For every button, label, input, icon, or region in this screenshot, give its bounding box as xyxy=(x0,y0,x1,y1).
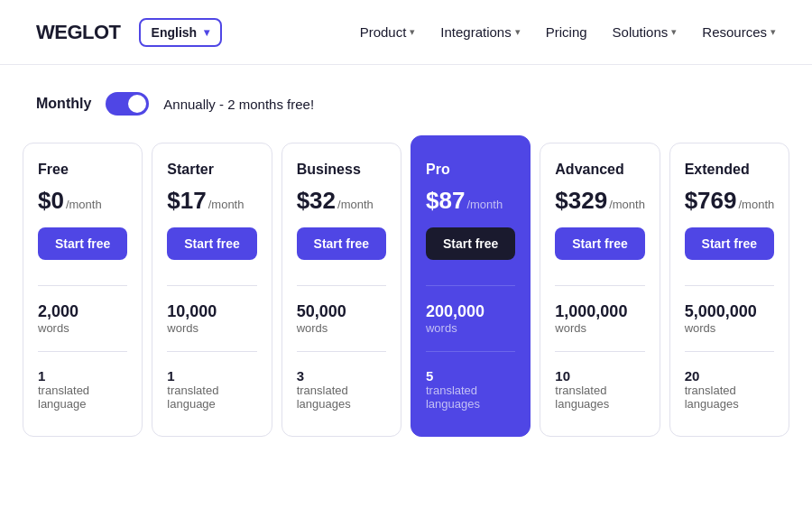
price-period: /month xyxy=(208,198,245,211)
start-free-button[interactable]: Start free xyxy=(685,227,774,260)
translated-count: 5 xyxy=(426,368,515,384)
divider xyxy=(38,285,127,286)
plan-name: Business xyxy=(297,162,386,178)
divider xyxy=(555,351,644,352)
price-period: /month xyxy=(66,198,102,211)
translated-label: translated languages xyxy=(685,384,774,411)
price-amount: $769 xyxy=(685,187,737,215)
price-row: $87 /month xyxy=(426,187,515,215)
nav-integrations[interactable]: Integrations ▾ xyxy=(440,24,520,40)
languages-feature: 1 translated language xyxy=(167,368,256,411)
price-row: $769 /month xyxy=(685,187,774,215)
divider xyxy=(685,285,774,286)
words-feature: 5,000,000 words xyxy=(685,302,774,342)
words-count: 50,000 xyxy=(297,302,386,321)
price-row: $0 /month xyxy=(38,187,127,215)
translated-count: 3 xyxy=(297,368,386,384)
divider xyxy=(297,351,386,352)
translated-count: 1 xyxy=(167,368,256,384)
divider xyxy=(167,285,256,286)
divider xyxy=(555,285,644,286)
translated-label: translated languages xyxy=(555,384,644,411)
chevron-down-icon: ▾ xyxy=(515,26,521,38)
price-row: $32 /month xyxy=(297,187,386,215)
words-feature: 50,000 words xyxy=(297,302,386,342)
start-free-button[interactable]: Start free xyxy=(167,227,256,260)
nav-pricing[interactable]: Pricing xyxy=(546,24,587,40)
price-amount: $0 xyxy=(38,187,64,215)
divider xyxy=(297,285,386,286)
header: WEGLOT English ▾ Product ▾ Integrations … xyxy=(0,0,812,65)
words-label: words xyxy=(38,321,127,335)
pricing-cards: Free $0 /month Start free 2,000 words 1 … xyxy=(0,134,812,464)
translated-label: translated language xyxy=(38,384,127,411)
billing-toggle[interactable] xyxy=(106,92,149,116)
words-label: words xyxy=(555,321,644,335)
chevron-down-icon: ▾ xyxy=(770,26,776,38)
price-period: /month xyxy=(609,198,645,211)
plan-card-starter: Starter $17 /month Start free 10,000 wor… xyxy=(152,143,272,437)
price-period: /month xyxy=(337,198,374,211)
words-label: words xyxy=(167,321,256,335)
translated-label: translated languages xyxy=(426,384,515,411)
nav-product[interactable]: Product ▾ xyxy=(360,24,416,40)
start-free-button[interactable]: Start free xyxy=(555,227,644,260)
start-free-button[interactable]: Start free xyxy=(297,227,386,260)
chevron-down-icon: ▾ xyxy=(671,26,677,38)
plan-card-advanced: Advanced $329 /month Start free 1,000,00… xyxy=(540,143,660,437)
language-selector[interactable]: English ▾ xyxy=(139,18,223,47)
words-count: 2,000 xyxy=(38,302,127,321)
translated-label: translated language xyxy=(167,384,256,411)
price-amount: $32 xyxy=(297,187,336,215)
nav-resources[interactable]: Resources ▾ xyxy=(702,24,776,40)
divider xyxy=(167,351,256,352)
translated-count: 20 xyxy=(685,368,774,384)
plan-card-business: Business $32 /month Start free 50,000 wo… xyxy=(281,143,401,437)
divider xyxy=(38,351,127,352)
translated-count: 1 xyxy=(38,368,127,384)
plan-name: Pro xyxy=(426,162,515,178)
price-period: /month xyxy=(738,198,774,211)
monthly-label: Monthly xyxy=(36,96,91,112)
start-free-button[interactable]: Start free xyxy=(426,227,515,260)
toggle-knob xyxy=(128,95,146,113)
plan-name: Extended xyxy=(685,162,774,178)
nav-solutions[interactable]: Solutions ▾ xyxy=(613,24,678,40)
plan-name: Starter xyxy=(167,162,256,178)
chevron-down-icon: ▾ xyxy=(204,26,209,39)
languages-feature: 1 translated language xyxy=(38,368,127,411)
plan-card-extended: Extended $769 /month Start free 5,000,00… xyxy=(669,143,789,437)
plan-card-free: Free $0 /month Start free 2,000 words 1 … xyxy=(23,143,143,437)
words-count: 10,000 xyxy=(167,302,256,321)
plan-name: Advanced xyxy=(555,162,644,178)
words-feature: 1,000,000 words xyxy=(555,302,644,342)
divider xyxy=(426,285,515,286)
price-row: $17 /month xyxy=(167,187,256,215)
words-label: words xyxy=(426,321,515,335)
start-free-button[interactable]: Start free xyxy=(38,227,127,260)
chevron-down-icon: ▾ xyxy=(410,26,415,38)
plan-name: Free xyxy=(38,162,127,178)
languages-feature: 3 translated languages xyxy=(297,368,386,411)
words-count: 1,000,000 xyxy=(555,302,644,321)
language-label: English xyxy=(152,25,198,40)
logo: WEGLOT xyxy=(36,21,121,44)
words-feature: 2,000 words xyxy=(38,302,127,342)
price-row: $329 /month xyxy=(555,187,644,215)
divider xyxy=(426,351,515,352)
words-feature: 10,000 words xyxy=(167,302,256,342)
languages-feature: 5 translated languages xyxy=(426,368,515,411)
price-amount: $87 xyxy=(426,187,465,215)
words-count: 5,000,000 xyxy=(685,302,774,321)
words-feature: 200,000 words xyxy=(426,302,515,342)
languages-feature: 20 translated languages xyxy=(685,368,774,411)
divider xyxy=(685,351,774,352)
plan-card-pro: Pro $87 /month Start free 200,000 words … xyxy=(411,135,531,437)
price-amount: $329 xyxy=(555,187,607,215)
words-count: 200,000 xyxy=(426,302,515,321)
billing-toggle-section: Monthly Annually - 2 months free! xyxy=(0,65,812,134)
price-amount: $17 xyxy=(167,187,206,215)
languages-feature: 10 translated languages xyxy=(555,368,644,411)
translated-label: translated languages xyxy=(297,384,386,411)
words-label: words xyxy=(297,321,386,335)
